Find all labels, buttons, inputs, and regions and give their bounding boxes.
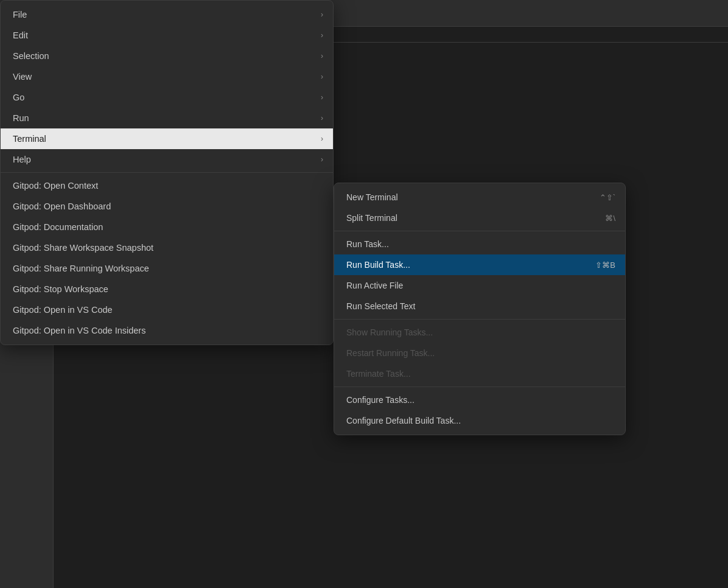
menu-item-file[interactable]: File › — [1, 4, 333, 25]
menu-item-run-active-file[interactable]: Run Active File — [334, 275, 625, 296]
menu-item-run-selected-text[interactable]: Run Selected Text — [334, 296, 625, 317]
menu-item-view[interactable]: View › — [1, 66, 333, 87]
menu-item-new-terminal[interactable]: New Terminal ⌃⇧` — [334, 187, 625, 208]
terminal-divider-2 — [334, 319, 625, 320]
primary-menu: File › Edit › Selection › View › Go › Ru… — [0, 0, 334, 345]
menu-item-selection[interactable]: Selection › — [1, 46, 333, 66]
menu-item-configure-tasks[interactable]: Configure Tasks... — [334, 390, 625, 410]
menu-item-gitpod-context[interactable]: Gitpod: Open Context — [1, 175, 333, 196]
terminal-divider-3 — [334, 387, 625, 387]
menu-item-gitpod-vscode[interactable]: Gitpod: Open in VS Code — [1, 299, 333, 320]
menu-item-gitpod-docs[interactable]: Gitpod: Documentation — [1, 217, 333, 237]
menu-item-run-build-task[interactable]: Run Build Task... ⇧⌘B — [334, 254, 625, 275]
menu-item-run[interactable]: Run › — [1, 108, 333, 128]
menu-item-gitpod-vscode-insiders[interactable]: Gitpod: Open in VS Code Insiders — [1, 320, 333, 341]
menu-item-split-terminal[interactable]: Split Terminal ⌘\ — [334, 208, 625, 228]
menu-item-gitpod-snapshot[interactable]: Gitpod: Share Workspace Snapshot — [1, 237, 333, 258]
menu-item-terminal[interactable]: Terminal › — [1, 128, 333, 149]
terminal-submenu: New Terminal ⌃⇧` Split Terminal ⌘\ Run T… — [334, 183, 626, 435]
menu-item-gitpod-share[interactable]: Gitpod: Share Running Workspace — [1, 258, 333, 279]
terminal-divider-1 — [334, 231, 625, 231]
menu-item-show-running-tasks: Show Running Tasks... — [334, 322, 625, 343]
menu-item-go[interactable]: Go › — [1, 87, 333, 108]
menu-item-run-task[interactable]: Run Task... — [334, 234, 625, 254]
menu-divider-1 — [1, 172, 333, 173]
menu-item-restart-running-task: Restart Running Task... — [334, 343, 625, 363]
menu-item-gitpod-stop[interactable]: Gitpod: Stop Workspace — [1, 279, 333, 299]
menu-item-configure-default-build[interactable]: Configure Default Build Task... — [334, 410, 625, 431]
menu-item-help[interactable]: Help › — [1, 149, 333, 170]
menu-item-terminate-task: Terminate Task... — [334, 363, 625, 384]
menu-item-gitpod-dashboard[interactable]: Gitpod: Open Dashboard — [1, 196, 333, 217]
menu-item-edit[interactable]: Edit › — [1, 25, 333, 46]
